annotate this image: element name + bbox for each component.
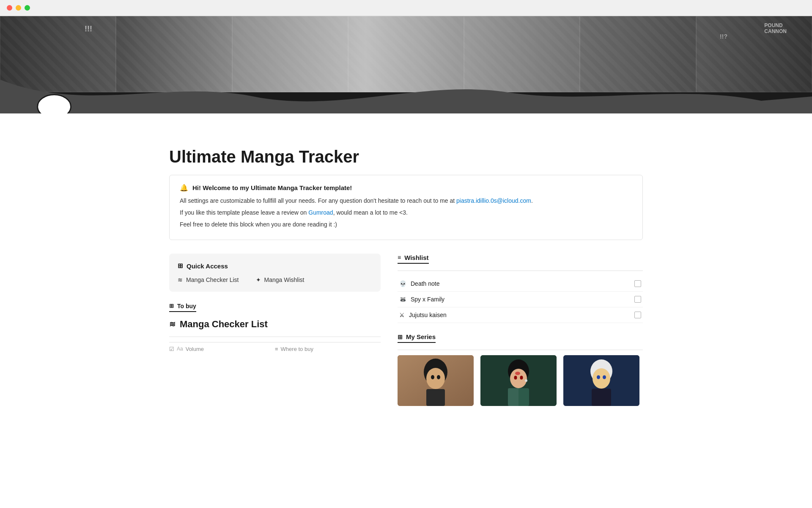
quick-access-section: ⊞ Quick Access ≋ Manga Checker List ✦ Ma… (169, 254, 381, 292)
wishlist-section: ≡ Wishlist 💀 Death note 🦝 (398, 254, 643, 323)
my-series-section: ⊞ My Series (398, 333, 643, 406)
two-column-layout: ⊞ Quick Access ≋ Manga Checker List ✦ Ma… (169, 254, 643, 406)
svg-rect-22 (592, 389, 611, 406)
callout-line1: All settings are customizable to fullfil… (180, 196, 632, 206)
callout-line3: Feel free to delete this block when you … (180, 220, 632, 230)
death-note-label-group: 💀 Death note (399, 280, 440, 287)
checkbox-icon: ☑ (169, 346, 174, 352)
my-series-tab[interactable]: ⊞ My Series (398, 333, 436, 343)
quick-access-links: ≋ Manga Checker List ✦ Manga Wishlist (178, 276, 372, 283)
svg-point-13 (520, 376, 523, 380)
quick-access-grid-icon: ⊞ (178, 262, 183, 270)
table-section: ⊞ To buy ≋ Manga Checker List ☑ Aa Volum… (169, 302, 381, 352)
list-col-icon: ≡ (275, 346, 278, 352)
wishlist-tab[interactable]: ≡ Wishlist (398, 254, 429, 264)
wishlist-item-jujutsu: ⚔ Jujutsu kaisen (398, 307, 643, 323)
series-card-3[interactable] (563, 355, 639, 406)
wave-shape (0, 80, 812, 113)
series-card-2[interactable] (480, 355, 557, 406)
volume-column-header: ☑ Aa Volume (169, 346, 275, 352)
svg-point-11 (515, 372, 520, 375)
to-buy-tab[interactable]: ⊞ To buy (169, 303, 196, 312)
svg-point-20 (597, 375, 600, 379)
my-series-grid-icon: ⊞ (398, 334, 403, 340)
svg-point-10 (510, 369, 527, 388)
speech-bubble-icon (34, 93, 76, 113)
table-divider (169, 337, 381, 337)
right-column: ≡ Wishlist 💀 Death note 🦝 (398, 254, 643, 406)
manga-wishlist-link[interactable]: ✦ Manga Wishlist (256, 276, 304, 283)
main-content: !!! !!? POUNDCANNON Ultimate Manga Track… (0, 16, 812, 406)
callout-header: 🔔 Hi! Welcome to my Ultimate Manga Track… (180, 184, 632, 192)
wishlist-item-death-note: 💀 Death note (398, 276, 643, 292)
list-icon: ≋ (178, 276, 183, 283)
close-button[interactable] (7, 5, 12, 11)
email-link[interactable]: piastra.idillio.0s@icloud.com (456, 197, 531, 204)
series-card-1[interactable] (398, 355, 474, 406)
spy-family-checkbox[interactable] (634, 296, 641, 303)
callout-box: 🔔 Hi! Welcome to my Ultimate Manga Track… (169, 175, 643, 240)
manga-checker-heading: ≋ Manga Checker List (169, 319, 381, 330)
left-column: ⊞ Quick Access ≋ Manga Checker List ✦ Ma… (169, 254, 381, 406)
wishlist-list-icon: ≡ (398, 254, 401, 261)
spy-family-icon: 🦝 (399, 296, 406, 303)
svg-rect-7 (426, 389, 445, 406)
callout-line2: If you like this template please leave a… (180, 208, 632, 218)
death-note-icon: 💀 (399, 280, 406, 287)
svg-point-6 (437, 375, 440, 379)
manga-text-3: POUNDCANNON (764, 22, 787, 34)
wishlist-item-spy-family: 🦝 Spy x Family (398, 292, 643, 307)
quick-access-header: ⊞ Quick Access (178, 262, 372, 270)
hero-banner: !!! !!? POUNDCANNON (0, 16, 812, 113)
table-columns: ☑ Aa Volume ≡ Where to buy (169, 342, 381, 352)
profile-icon-area (34, 93, 76, 113)
page-container: Ultimate Manga Tracker 🔔 Hi! Welcome to … (135, 113, 677, 406)
death-note-checkbox[interactable] (634, 280, 641, 287)
callout-title: Hi! Welcome to my Ultimate Manga Tracker… (192, 184, 352, 191)
page-title: Ultimate Manga Tracker (169, 147, 643, 166)
svg-rect-16 (508, 388, 518, 406)
svg-point-5 (431, 375, 434, 379)
svg-point-12 (514, 376, 517, 380)
bell-icon: 🔔 (180, 184, 188, 192)
svg-point-19 (593, 368, 610, 389)
window-chrome (0, 0, 812, 16)
svg-point-0 (38, 95, 71, 113)
manga-text-1: !!! (85, 25, 92, 33)
my-series-divider (398, 350, 643, 350)
sparkle-icon: ✦ (256, 276, 261, 283)
spy-family-label-group: 🦝 Spy x Family (399, 296, 444, 303)
manga-checker-icon: ≋ (169, 320, 176, 329)
jujutsu-checkbox[interactable] (634, 312, 641, 318)
quick-access-label: Quick Access (187, 262, 228, 270)
jujutsu-icon: ⚔ (399, 312, 405, 318)
aa-text: Aa (177, 346, 183, 352)
svg-point-4 (426, 368, 445, 389)
minimize-button[interactable] (16, 5, 21, 11)
page-title-section: Ultimate Manga Tracker (169, 113, 643, 175)
to-buy-grid-icon: ⊞ (169, 303, 174, 309)
wishlist-divider (398, 271, 643, 271)
gumroad-link[interactable]: Gumroad (308, 209, 333, 216)
jujutsu-label-group: ⚔ Jujutsu kaisen (399, 312, 447, 318)
svg-point-14 (525, 379, 527, 382)
maximize-button[interactable] (25, 5, 30, 11)
manga-checker-list-link[interactable]: ≋ Manga Checker List (178, 276, 239, 283)
where-to-buy-column-header: ≡ Where to buy (275, 346, 381, 352)
series-cards (398, 355, 643, 406)
manga-text-2: !!? (720, 33, 727, 40)
svg-point-21 (603, 375, 606, 379)
